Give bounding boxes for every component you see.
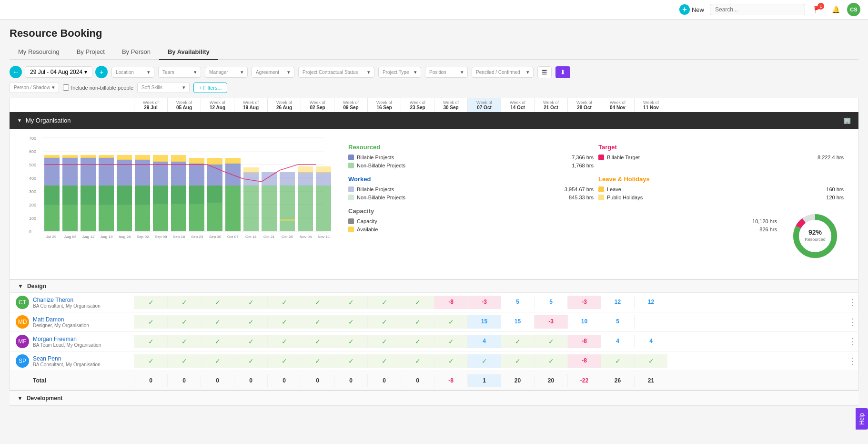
project-contractual-status-filter[interactable]: Project Contractual Status ▾	[298, 67, 374, 78]
more-filters-button[interactable]: + Filters...	[193, 83, 227, 93]
week-cell-2-2: ✓	[201, 335, 234, 348]
person-name-cell-1: MD Matt Damon Designer, My Organisation	[10, 312, 134, 331]
chevron-icon: ▼	[17, 118, 22, 123]
non-billable-projects-row: Non-Billable Projects 1,768 hrs	[348, 163, 594, 168]
my-organisation-section-header[interactable]: ▼ My Organisation 🏢	[10, 112, 858, 129]
week-header-4: Week of26 Aug	[267, 98, 301, 112]
svg-text:Sep 09: Sep 09	[155, 235, 167, 239]
svg-rect-53	[262, 186, 277, 231]
week-cell-1-8: ✓	[401, 315, 434, 329]
person-row-0: CT Charlize Theron BA Consultant, My Org…	[10, 293, 858, 312]
team-filter[interactable]: Team ▾	[158, 67, 201, 78]
total-cell-11: 20	[501, 374, 534, 387]
worked-billable-dot	[348, 186, 354, 192]
svg-text:Sep 02: Sep 02	[137, 235, 149, 239]
svg-rect-56	[280, 219, 295, 221]
svg-text:Sep 23: Sep 23	[191, 235, 203, 239]
tabs: My Resourcing By Project By Person By Av…	[10, 44, 858, 60]
chart-area: 700 600 500 400 300 200 100 0	[10, 129, 858, 279]
svg-rect-54	[280, 172, 295, 186]
week-cell-0-11: 5	[501, 296, 534, 309]
person-name-2[interactable]: Morgan Freeman	[33, 336, 101, 342]
date-nav-prev[interactable]: ←	[10, 66, 22, 78]
resourced-section: Resourced Billable Projects 7,366 hrs No…	[348, 144, 598, 176]
worked-non-billable-row: Non-Billable Projects 845.33 hrs	[348, 195, 594, 200]
project-type-filter[interactable]: Project Type ▾	[378, 67, 421, 78]
week-cell-0-14: 12	[601, 296, 634, 309]
week-cell-0-10: -3	[467, 296, 501, 309]
person-name-1[interactable]: Matt Damon	[33, 316, 89, 323]
design-chevron-icon: ▼	[18, 283, 23, 289]
person-role-2: BA Team Lead, My Organisation	[33, 342, 101, 348]
person-shadow-filter[interactable]: Person / Shadow ▾	[10, 82, 59, 93]
total-cell-13: -22	[567, 374, 601, 387]
design-section-row[interactable]: ▼ Design	[10, 280, 858, 293]
agreement-filter[interactable]: Agreement ▾	[252, 67, 294, 78]
total-label-cell: Total	[10, 374, 134, 387]
help-button[interactable]: Help	[856, 408, 868, 415]
total-cell-4: 0	[267, 374, 301, 387]
person-name-0[interactable]: Charlize Theron	[33, 297, 101, 303]
week-cell-2-13: -8	[567, 335, 601, 348]
include-non-billable-checkbox[interactable]	[63, 84, 69, 91]
include-non-billable-label[interactable]: Include non-billable people	[63, 84, 133, 91]
manager-filter[interactable]: Manager ▾	[205, 67, 248, 78]
svg-rect-21	[62, 155, 78, 158]
billable-projects-row: Billable Projects 7,366 hrs	[348, 155, 594, 160]
date-range-picker[interactable]: 29 Jul - 04 Aug 2024 ▾	[25, 66, 92, 78]
notification-badge: 1	[818, 3, 824, 10]
svg-rect-35	[153, 186, 168, 231]
soft-skills-filter[interactable]: Soft Skills ▾	[137, 82, 190, 93]
tab-by-availability[interactable]: By Availability	[159, 44, 218, 60]
person-overflow-btn-3[interactable]: ⋮	[847, 355, 858, 367]
position-filter[interactable]: Position ▾	[425, 67, 468, 78]
svg-rect-60	[316, 172, 331, 186]
week-header-0: Week of29 Jul	[134, 98, 167, 112]
svg-text:Resourced: Resourced	[805, 237, 826, 242]
design-section-label: Design	[27, 283, 46, 289]
topbar-icons: 🚩 1 🔔 CS	[811, 3, 860, 16]
person-info-1: Matt Damon Designer, My Organisation	[33, 316, 89, 328]
person-overflow-btn-2[interactable]: ⋮	[847, 336, 858, 347]
user-avatar[interactable]: CS	[847, 3, 860, 16]
search-input[interactable]	[710, 4, 805, 15]
capacity-dot	[348, 218, 354, 224]
section-title: My Organisation	[26, 117, 71, 124]
location-filter[interactable]: Location ▾	[111, 67, 154, 78]
tab-by-person[interactable]: By Person	[113, 44, 159, 60]
person-avatar-2: MF	[16, 335, 29, 348]
person-info-2: Morgan Freeman BA Team Lead, My Organisa…	[33, 336, 101, 348]
week-header-6: Week of09 Sep	[334, 98, 367, 112]
week-cell-2-4: ✓	[267, 335, 301, 348]
svg-text:Aug 26: Aug 26	[119, 235, 131, 239]
penciled-confirmed-filter[interactable]: Penciled / Confirmed ▾	[472, 67, 534, 78]
notification-flag-button[interactable]: 🚩 1	[811, 3, 824, 16]
week-header-5: Week of02 Sep	[301, 98, 334, 112]
new-button[interactable]: + New	[679, 4, 704, 15]
tab-my-resourcing[interactable]: My Resourcing	[10, 44, 68, 60]
svg-rect-23	[81, 186, 96, 231]
week-cell-2-11: ✓	[501, 335, 534, 348]
week-cell-2-15: 4	[634, 335, 667, 348]
week-cell-3-2: ✓	[201, 354, 234, 368]
person-overflow-btn-1[interactable]: ⋮	[847, 316, 858, 328]
total-cells: 000000000-812020-222621	[134, 374, 844, 387]
week-cell-1-10: 15	[467, 315, 501, 329]
svg-rect-59	[298, 166, 313, 173]
chart-legend: Resourced Billable Projects 7,366 hrs No…	[339, 134, 858, 279]
notification-bell-button[interactable]: 🔔	[829, 3, 842, 16]
week-cell-1-9: ✓	[434, 315, 467, 329]
filters-bar-2: Person / Shadow ▾ Include non-billable p…	[10, 82, 858, 93]
development-chevron-icon: ▼	[17, 395, 23, 402]
rows-view-button[interactable]: ☰	[537, 66, 552, 78]
development-section-header[interactable]: ▼ Development	[10, 391, 858, 406]
svg-rect-62	[316, 166, 331, 173]
tab-by-project[interactable]: By Project	[68, 44, 113, 60]
chart-main: 700 600 500 400 300 200 100 0	[10, 134, 339, 279]
person-overflow-btn-0[interactable]: ⋮	[847, 297, 858, 308]
public-holidays-row: Public Holidays 120 hrs	[598, 195, 844, 200]
download-button[interactable]: ⬇	[555, 66, 570, 78]
date-nav-next[interactable]: +	[95, 66, 108, 78]
svg-text:Oct 14: Oct 14	[245, 235, 257, 239]
person-name-3[interactable]: Sean Penn	[33, 355, 101, 362]
